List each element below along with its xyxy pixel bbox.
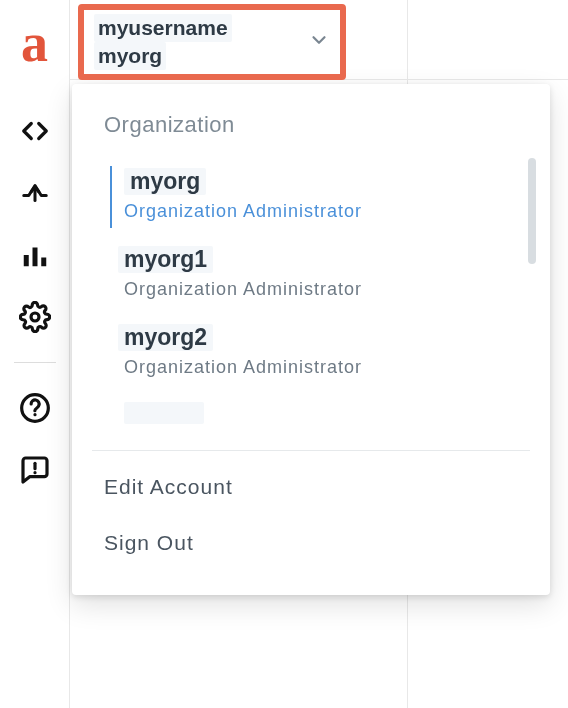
org-role: Organization Administrator bbox=[118, 357, 518, 378]
dropdown-section-title: Organization bbox=[72, 112, 550, 156]
org-name-stub bbox=[124, 402, 204, 424]
account-switcher-trigger[interactable]: myusername myorg bbox=[78, 4, 346, 80]
username-label: myusername bbox=[94, 14, 232, 42]
org-list: myorg Organization Administrator myorg1 … bbox=[72, 156, 550, 442]
org-role: Organization Administrator bbox=[118, 279, 518, 300]
org-name: myorg1 bbox=[118, 246, 213, 273]
edit-account-action[interactable]: Edit Account bbox=[72, 459, 550, 515]
svg-point-4 bbox=[31, 313, 39, 321]
sidebar: a bbox=[0, 0, 70, 708]
dropdown-divider bbox=[92, 450, 530, 451]
gear-icon[interactable] bbox=[18, 300, 52, 334]
sidebar-divider bbox=[14, 362, 56, 363]
org-item-myorg[interactable]: myorg Organization Administrator bbox=[72, 158, 550, 236]
bar-chart-icon[interactable] bbox=[18, 238, 52, 272]
chevron-down-icon bbox=[308, 29, 330, 55]
account-dropdown: Organization myorg Organization Administ… bbox=[72, 84, 550, 595]
upload-icon[interactable] bbox=[18, 176, 52, 210]
org-name: myorg2 bbox=[118, 324, 213, 351]
code-icon[interactable] bbox=[18, 114, 52, 148]
sign-out-action[interactable]: Sign Out bbox=[72, 515, 550, 571]
org-item-partial[interactable] bbox=[72, 392, 550, 432]
trigger-text: myusername myorg bbox=[94, 14, 308, 71]
svg-rect-1 bbox=[23, 255, 28, 266]
current-org-label: myorg bbox=[94, 42, 166, 70]
feedback-icon[interactable] bbox=[18, 453, 52, 487]
svg-rect-3 bbox=[41, 258, 46, 267]
svg-rect-2 bbox=[32, 248, 37, 267]
logo: a bbox=[21, 16, 48, 70]
org-item-myorg1[interactable]: myorg1 Organization Administrator bbox=[72, 236, 550, 314]
help-circle-icon[interactable] bbox=[18, 391, 52, 425]
org-item-myorg2[interactable]: myorg2 Organization Administrator bbox=[72, 314, 550, 392]
org-name: myorg bbox=[124, 168, 206, 195]
org-role: Organization Administrator bbox=[124, 201, 518, 222]
